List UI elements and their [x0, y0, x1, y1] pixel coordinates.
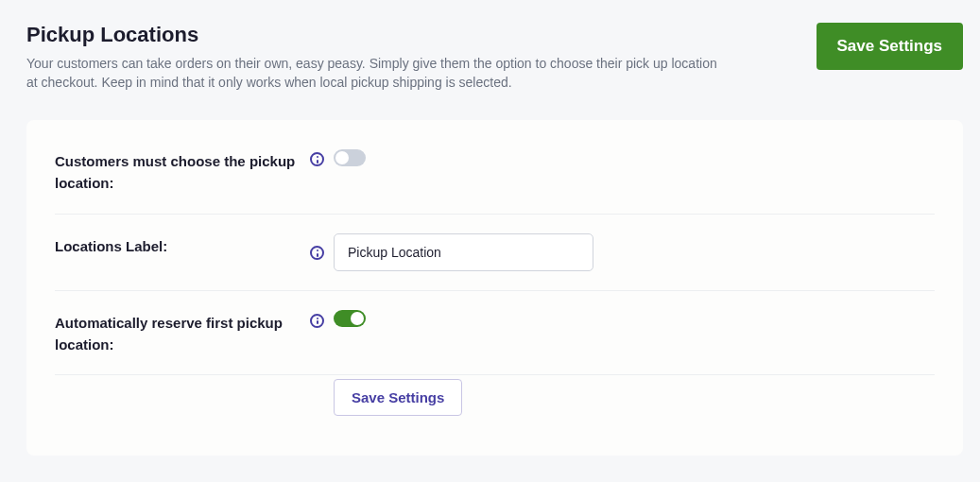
info-icon[interactable] — [310, 246, 324, 260]
toggle-knob — [351, 312, 364, 325]
label-locations-label: Locations Label: — [55, 233, 310, 257]
info-icon[interactable] — [310, 152, 324, 166]
save-settings-button-secondary[interactable]: Save Settings — [334, 379, 462, 416]
toggle-must-choose[interactable] — [334, 149, 366, 166]
page-description: Your customers can take orders on their … — [26, 55, 726, 92]
page-title: Pickup Locations — [26, 23, 726, 47]
settings-card: Customers must choose the pickup locatio… — [26, 120, 963, 456]
toggle-auto-reserve[interactable] — [334, 310, 366, 327]
control-must-choose — [310, 148, 366, 166]
control-locations-label — [310, 233, 593, 271]
form-row-must-choose: Customers must choose the pickup locatio… — [55, 148, 935, 215]
label-must-choose: Customers must choose the pickup locatio… — [55, 148, 310, 195]
page-header: Pickup Locations Your customers can take… — [0, 0, 980, 92]
form-row-auto-reserve: Automatically reserve first pickup locat… — [55, 291, 935, 376]
locations-label-input[interactable] — [334, 233, 593, 271]
label-auto-reserve: Automatically reserve first pickup locat… — [55, 310, 310, 356]
control-auto-reserve — [310, 310, 366, 328]
info-icon[interactable] — [310, 314, 324, 328]
form-actions: Save Settings — [334, 379, 935, 416]
form-row-locations-label: Locations Label: — [55, 215, 935, 291]
header-text: Pickup Locations Your customers can take… — [26, 23, 726, 92]
toggle-knob — [335, 151, 349, 164]
save-settings-button[interactable]: Save Settings — [817, 23, 964, 70]
